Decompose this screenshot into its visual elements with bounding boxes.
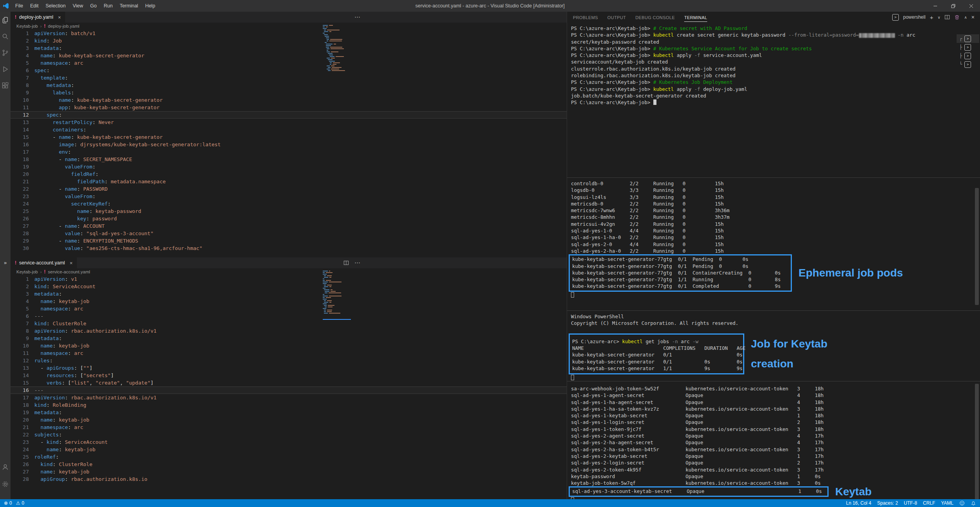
breadcrumb[interactable]: Keytab-job › ! service-account.yaml xyxy=(11,268,567,275)
minimap[interactable] xyxy=(323,25,351,72)
panel-tab-terminal[interactable]: TERMINAL xyxy=(684,13,707,22)
code-line[interactable]: 16--- xyxy=(11,386,567,394)
scrollbar[interactable] xyxy=(975,384,979,499)
code-line[interactable]: 28 value: "sql-ad-yes-3-account" xyxy=(11,230,567,237)
code-line[interactable]: 27 name: keytab-job xyxy=(11,468,567,475)
code-line[interactable]: 23 valueFrom: xyxy=(11,193,567,200)
code-line[interactable]: 16 image: djrsystems/kube-keytab-secret-… xyxy=(11,141,567,148)
menu-item-file[interactable]: File xyxy=(12,3,27,9)
split-terminal-icon[interactable] xyxy=(944,14,950,20)
code-line[interactable]: 8 metadata: xyxy=(11,82,567,89)
chevron-double-right-icon[interactable]: » xyxy=(0,260,11,266)
maximize-panel-icon[interactable]: ∧ xyxy=(964,15,967,20)
menu-item-edit[interactable]: Edit xyxy=(27,3,42,9)
run-debug-icon[interactable] xyxy=(0,61,11,77)
breadcrumb-file[interactable]: deploy-job.yaml xyxy=(48,24,80,28)
code-line[interactable]: 28 apiGroup: rbac.authorization.k8s.io xyxy=(11,475,567,483)
code-line[interactable]: 13 restartPolicy: Never xyxy=(11,119,567,126)
terminal-list-item[interactable]: ├> xyxy=(957,51,979,60)
breadcrumb-folder[interactable]: Keytab-job xyxy=(16,24,38,28)
code-line[interactable]: 14 containers: xyxy=(11,126,567,133)
more-actions-icon[interactable]: ⋯ xyxy=(354,14,360,21)
code-line[interactable]: 12 spec: xyxy=(11,111,567,119)
code-line[interactable]: 22 - name: PASSWORD xyxy=(11,185,567,193)
shell-label[interactable]: powershell xyxy=(903,14,925,20)
code-line[interactable]: 15 - name: kube-keytab-secret-generator xyxy=(11,133,567,141)
terminal-list-item[interactable]: └> xyxy=(957,60,979,69)
code-line[interactable]: 7 template: xyxy=(11,74,567,82)
code-line[interactable]: 9metadata: xyxy=(11,335,567,342)
code-line[interactable]: 1apiVersion: batch/v1 xyxy=(11,30,567,37)
code-line[interactable]: 26 kind: ClusterRole xyxy=(11,461,567,468)
terminal-dropdown-icon[interactable]: ∨ xyxy=(937,15,940,20)
code-line[interactable]: 7kind: ClusterRole xyxy=(11,320,567,327)
code-line[interactable]: 19 valueFrom: xyxy=(11,163,567,170)
breadcrumb-file[interactable]: service-account.yaml xyxy=(48,269,90,274)
problems-status[interactable]: ⊗0 ⚠0 xyxy=(4,500,24,506)
code-line[interactable]: 17apiVersion: rbac.authorization.k8s.io/… xyxy=(11,394,567,401)
code-line[interactable]: 3metadata: xyxy=(11,44,567,52)
menu-item-help[interactable]: Help xyxy=(142,3,159,9)
terminal-3-jobs-watch[interactable]: Windows PowerShellCopyright (C) Microsof… xyxy=(567,310,980,381)
code-line[interactable]: 9 labels: xyxy=(11,89,567,96)
code-line[interactable]: 5 namespace: arc xyxy=(11,305,567,312)
explorer-icon[interactable] xyxy=(0,12,11,28)
code-line[interactable]: 14 resources: ["secrets"] xyxy=(11,372,567,379)
code-line[interactable]: 13 - apiGroups: [""] xyxy=(11,364,567,372)
code-line[interactable]: 25roleRef: xyxy=(11,453,567,461)
tab-deploy-job-yaml[interactable]: ! deploy-job.yaml × xyxy=(11,12,65,23)
close-tab-icon[interactable]: × xyxy=(58,14,61,20)
code-line[interactable]: 20 fieldRef: xyxy=(11,170,567,178)
source-control-icon[interactable] xyxy=(0,44,11,61)
indentation[interactable]: Spaces: 2 xyxy=(877,500,898,506)
tab-service-account-yaml[interactable]: ! service-account.yaml × xyxy=(11,257,77,268)
code-line[interactable]: 11 namespace: arc xyxy=(11,349,567,357)
menu-item-selection[interactable]: Selection xyxy=(42,3,69,9)
search-icon[interactable] xyxy=(0,28,11,44)
terminal-1-shell-session[interactable]: PS C:\azure-arc\Keytab-job> # Create sec… xyxy=(567,23,980,177)
eol-sequence[interactable]: CRLF xyxy=(923,500,935,506)
code-editor-deploy-job[interactable]: 1apiVersion: batch/v12kind: Job3metadata… xyxy=(11,30,567,252)
menu-item-run[interactable]: Run xyxy=(100,3,116,9)
settings-gear-icon[interactable] xyxy=(0,476,11,492)
menu-item-terminal[interactable]: Terminal xyxy=(116,3,142,9)
code-line[interactable]: 20 name: keytab-job xyxy=(11,416,567,424)
code-line[interactable]: 4 name: keytab-job xyxy=(11,298,567,305)
code-line[interactable]: 25 name: keytab-password xyxy=(11,207,567,215)
more-actions-icon[interactable]: ⋯ xyxy=(354,259,360,266)
minimize-icon[interactable] xyxy=(926,0,944,12)
code-line[interactable]: 24 name: keytab-job xyxy=(11,446,567,453)
split-editor-icon[interactable] xyxy=(343,260,349,266)
code-line[interactable]: 12rules: xyxy=(11,357,567,364)
code-line[interactable]: 6--- xyxy=(11,312,567,320)
breadcrumb-folder[interactable]: Keytab-job xyxy=(16,269,38,274)
close-tab-icon[interactable]: × xyxy=(69,260,73,266)
code-line[interactable]: 3metadata: xyxy=(11,290,567,298)
code-line[interactable]: 2kind: ServiceAccount xyxy=(11,283,567,290)
terminal-2-pods-watch[interactable]: controldb-0 2/2 Running 0 15hlogsdb-0 3/… xyxy=(567,177,980,310)
extensions-icon[interactable] xyxy=(0,77,11,94)
code-line[interactable]: 17 env: xyxy=(11,148,567,156)
feedback-smiley-icon[interactable] xyxy=(959,500,965,506)
account-icon[interactable] xyxy=(0,459,11,475)
kill-terminal-trash-icon[interactable] xyxy=(954,14,960,20)
code-line[interactable]: 22subjects: xyxy=(11,431,567,438)
cursor-position[interactable]: Ln 16, Col 4 xyxy=(846,500,872,506)
code-line[interactable]: 4 name: kube-keytab-secret-generator xyxy=(11,52,567,59)
terminal-4-secrets-watch[interactable]: sa-arc-webhook-job-token-5w52f kubernete… xyxy=(567,381,980,499)
close-panel-icon[interactable]: × xyxy=(971,14,975,20)
code-line[interactable]: 11 app: kube-keytab-secret-generator xyxy=(11,104,567,111)
language-mode[interactable]: YAML xyxy=(941,500,953,506)
code-line[interactable]: 18 - name: SECRET_NAMESPACE xyxy=(11,156,567,163)
code-editor-service-account[interactable]: 1apiVersion: v12kind: ServiceAccount3met… xyxy=(11,275,567,483)
code-line[interactable]: 21 namespace: arc xyxy=(11,424,567,431)
code-line[interactable]: 26 key: password xyxy=(11,215,567,222)
code-line[interactable]: 21 fieldPath: metadata.namespace xyxy=(11,178,567,185)
minimap[interactable] xyxy=(323,271,351,314)
close-window-icon[interactable] xyxy=(962,0,980,12)
code-line[interactable]: 19metadata: xyxy=(11,409,567,416)
panel-tab-output[interactable]: OUTPUT xyxy=(607,13,626,22)
code-line[interactable]: 30 value: "aes256-cts-hmac-sha1-96,arcfo… xyxy=(11,245,567,252)
encoding[interactable]: UTF-8 xyxy=(904,500,917,506)
menu-item-view[interactable]: View xyxy=(69,3,87,9)
